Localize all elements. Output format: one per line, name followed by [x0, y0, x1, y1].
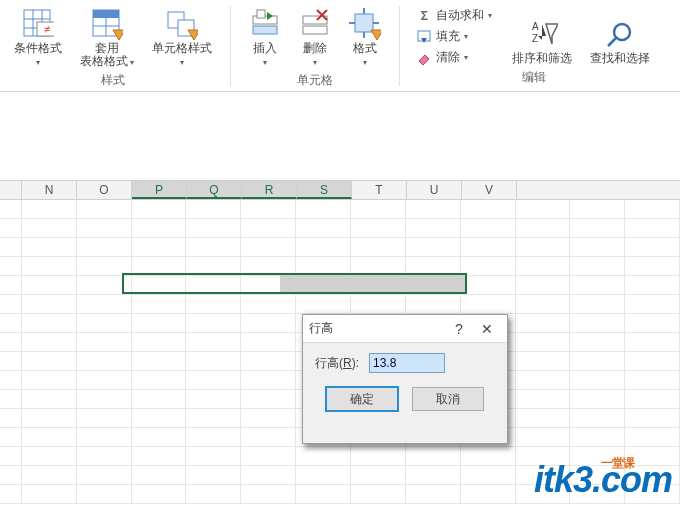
sort-filter-icon: AZ: [526, 18, 558, 50]
table-format-icon: [91, 8, 123, 40]
sort-filter-label: 排序和筛选: [512, 51, 572, 65]
format-button[interactable]: 格式▾: [345, 6, 385, 70]
delete-icon: [299, 8, 331, 40]
format-icon: [349, 8, 381, 40]
svg-rect-16: [253, 26, 277, 34]
column-header-V[interactable]: V: [462, 181, 517, 199]
ok-button[interactable]: 确定: [326, 387, 398, 411]
dropdown-icon: ▾: [180, 58, 184, 67]
find-select-button[interactable]: 查找和选择: [586, 16, 654, 67]
fill-icon: [416, 29, 432, 45]
dialog-title: 行高: [309, 320, 445, 337]
column-header-N[interactable]: N: [22, 181, 77, 199]
sort-filter-button[interactable]: AZ 排序和筛选: [508, 16, 576, 67]
dropdown-icon: ▾: [464, 32, 468, 41]
svg-marker-35: [546, 24, 558, 44]
svg-marker-28: [371, 30, 381, 40]
help-button[interactable]: ?: [445, 321, 473, 337]
cell-styles-button[interactable]: 单元格样式▾: [148, 6, 216, 70]
table-format-label: 套用 表格格式: [80, 41, 128, 68]
find-select-label: 查找和选择: [590, 51, 650, 65]
column-header-P[interactable]: P: [132, 181, 187, 199]
svg-marker-31: [419, 55, 429, 65]
insert-label: 插入: [253, 41, 277, 55]
cell-styles-label: 单元格样式: [152, 41, 212, 55]
column-header-S[interactable]: S: [297, 181, 352, 199]
svg-text:Z: Z: [532, 33, 538, 44]
watermark-tag: 一堂课: [601, 455, 634, 472]
ribbon: ≠ 条件格式▾ 套用 表格格式 ▾ 单元格样式▾ 样式: [0, 0, 680, 92]
dropdown-icon: ▾: [363, 58, 367, 67]
svg-point-36: [614, 24, 630, 40]
separator: [399, 6, 400, 86]
delete-button[interactable]: 删除▾: [295, 6, 335, 70]
autosum-label: 自动求和: [436, 7, 484, 24]
sigma-icon: Σ: [416, 8, 432, 24]
separator: [230, 6, 231, 86]
magnifier-icon: [604, 18, 636, 50]
svg-line-37: [608, 38, 616, 46]
row-height-input[interactable]: [369, 353, 445, 373]
group-styles-label: 样式: [101, 72, 125, 89]
dropdown-icon: ▾: [488, 11, 492, 20]
watermark-text: itk3: [534, 459, 592, 500]
watermark: 一堂课 itk3.com: [534, 459, 672, 501]
fill-label: 填充: [436, 28, 460, 45]
group-editing-label: 编辑: [522, 69, 546, 86]
clear-label: 清除: [436, 49, 460, 66]
conditional-format-button[interactable]: ≠ 条件格式▾: [10, 6, 66, 70]
column-header-Q[interactable]: Q: [187, 181, 242, 199]
dropdown-icon: ▾: [263, 58, 267, 67]
column-header-O[interactable]: O: [77, 181, 132, 199]
svg-rect-23: [355, 14, 373, 32]
group-cells: 插入▾ 删除▾ 格式▾ 单元格: [239, 6, 391, 91]
svg-rect-8: [93, 10, 119, 18]
insert-icon: [249, 8, 281, 40]
eraser-icon: [416, 50, 432, 66]
dropdown-icon: ▾: [128, 58, 134, 67]
conditional-format-icon: ≠: [22, 8, 54, 40]
group-editing: Σ 自动求和 ▾ 填充 ▾ 清除 ▾ AZ: [408, 6, 660, 88]
row-height-dialog: 行高 ? ✕ 行高(R): 确定 取消: [302, 314, 508, 444]
table-format-button[interactable]: 套用 表格格式 ▾: [76, 6, 138, 70]
svg-marker-34: [538, 24, 546, 40]
dropdown-icon: ▾: [313, 58, 317, 67]
column-headers: NOPQRSTUV: [0, 180, 680, 200]
svg-rect-20: [303, 26, 327, 34]
cancel-button[interactable]: 取消: [412, 387, 484, 411]
dropdown-icon: ▾: [464, 53, 468, 62]
conditional-format-label: 条件格式: [14, 41, 62, 55]
clear-button[interactable]: 清除 ▾: [414, 48, 494, 67]
insert-button[interactable]: 插入▾: [245, 6, 285, 70]
svg-text:A: A: [532, 21, 539, 32]
column-header-U[interactable]: U: [407, 181, 462, 199]
row-height-label: 行高(R):: [315, 355, 359, 372]
format-label: 格式: [353, 41, 377, 55]
dialog-titlebar: 行高 ? ✕: [303, 315, 507, 343]
group-cells-label: 单元格: [297, 72, 333, 89]
column-header-R[interactable]: R: [242, 181, 297, 199]
close-button[interactable]: ✕: [473, 321, 501, 337]
autosum-button[interactable]: Σ 自动求和 ▾: [414, 6, 494, 25]
fill-button[interactable]: 填充 ▾: [414, 27, 494, 46]
dropdown-icon: ▾: [36, 58, 40, 67]
column-header-T[interactable]: T: [352, 181, 407, 199]
group-styles: ≠ 条件格式▾ 套用 表格格式 ▾ 单元格样式▾ 样式: [4, 6, 222, 91]
cell-styles-icon: [166, 8, 198, 40]
svg-rect-17: [257, 10, 265, 18]
delete-label: 删除: [303, 41, 327, 55]
svg-text:≠: ≠: [44, 23, 50, 35]
